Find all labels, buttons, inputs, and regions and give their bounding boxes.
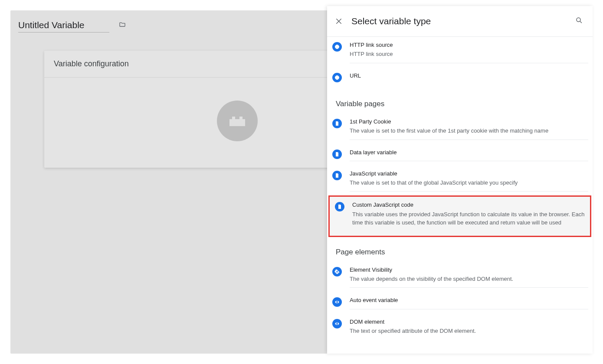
type-text: URL [350, 72, 588, 84]
variable-type-item[interactable]: Data layer variable [327, 144, 593, 166]
type-text: HTTP link sourceHTTP link source [350, 41, 588, 63]
section-header: Utilities [327, 345, 593, 354]
variable-name-input[interactable] [18, 18, 109, 32]
globe-icon [332, 42, 342, 52]
type-title: DOM element [350, 318, 588, 326]
type-title: Data layer variable [350, 149, 588, 156]
type-description: HTTP link source [350, 50, 588, 58]
panel-header: Select variable type [327, 6, 593, 37]
type-description: The text or specified attribute of the D… [350, 327, 588, 335]
type-description: The value depends on the visibility of t… [350, 275, 588, 283]
search-icon[interactable] [573, 14, 586, 29]
variable-type-item[interactable]: Custom JavaScript codeThis variable uses… [328, 195, 591, 237]
svg-rect-1 [232, 117, 235, 119]
variable-type-item[interactable]: Auto event variable [327, 292, 593, 313]
doc-icon [335, 202, 344, 211]
type-title: Auto event variable [350, 296, 588, 304]
code-icon [332, 319, 342, 328]
folder-icon[interactable] [118, 21, 127, 30]
type-title: JavaScript variable [350, 170, 588, 178]
close-icon[interactable] [332, 15, 345, 28]
variable-type-item[interactable]: HTTP link sourceHTTP link source [327, 37, 593, 68]
gear-icon [332, 267, 342, 276]
section-header: Page elements [327, 238, 593, 262]
type-description: The value is set to the first value of t… [350, 127, 588, 135]
type-text: 1st Party CookieThe value is set to the … [350, 118, 588, 140]
variable-type-item[interactable]: URL [327, 68, 593, 88]
type-text: Element VisibilityThe value depends on t… [350, 266, 588, 288]
type-description: The value is set to that of the global J… [350, 179, 588, 187]
code-icon [332, 297, 342, 307]
type-title: Element Visibility [350, 266, 588, 274]
type-title: Custom JavaScript code [352, 201, 586, 209]
config-placeholder-icon [217, 101, 258, 141]
type-text: Custom JavaScript codeThis variable uses… [352, 201, 586, 231]
type-text: Data layer variable [350, 149, 588, 161]
panel-content[interactable]: HTTP link sourceHTTP link sourceURLVaria… [327, 37, 593, 354]
svg-point-5 [577, 18, 580, 22]
variable-type-item[interactable]: 1st Party CookieThe value is set to the … [327, 114, 593, 144]
type-title: URL [350, 72, 588, 80]
type-title: 1st Party Cookie [350, 118, 588, 126]
doc-icon [332, 171, 342, 180]
doc-icon [332, 150, 342, 159]
svg-rect-0 [229, 119, 245, 126]
variable-type-item[interactable]: Element VisibilityThe value depends on t… [327, 262, 593, 292]
variable-type-panel: Select variable type HTTP link sourceHTT… [327, 6, 593, 354]
section-header: Variable pages [327, 90, 593, 114]
type-text: Auto event variable [350, 296, 588, 309]
type-text: DOM elementThe text or specified attribu… [350, 318, 588, 340]
svg-rect-2 [239, 117, 243, 119]
type-title: HTTP link source [350, 41, 588, 49]
svg-point-9 [337, 271, 338, 272]
globe-icon [332, 73, 342, 82]
doc-icon [332, 119, 342, 128]
panel-title: Select variable type [351, 16, 573, 26]
variable-type-item[interactable]: JavaScript variableThe value is set to t… [327, 166, 593, 196]
type-description: This variable uses the provided JavaScri… [352, 210, 586, 227]
type-text: JavaScript variableThe value is set to t… [350, 170, 588, 192]
variable-type-item[interactable]: DOM elementThe text or specified attribu… [327, 314, 593, 344]
svg-line-6 [580, 21, 582, 23]
